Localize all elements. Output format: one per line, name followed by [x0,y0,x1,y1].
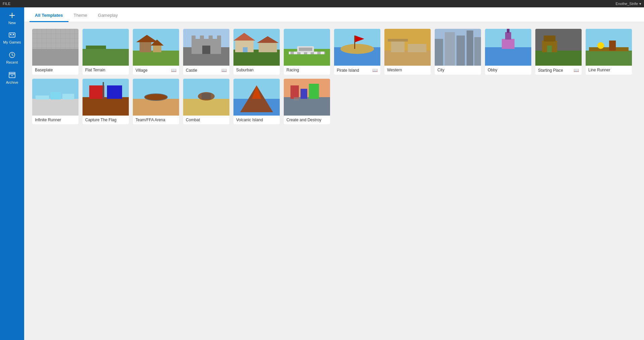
template-card-combat[interactable]: Combat [183,79,229,124]
svg-rect-66 [507,29,509,33]
svg-rect-64 [502,39,515,49]
template-card-flat-terrain[interactable]: Flat Terrain [83,29,129,75]
template-card-capture-the-flag[interactable]: Capture The Flag [83,79,129,124]
template-card-racing[interactable]: Racing [284,29,330,75]
sidebar-item-new[interactable]: New [0,7,24,27]
svg-rect-63 [485,47,531,66]
svg-rect-53 [391,41,405,52]
template-card-baseplate[interactable]: Baseplate [32,29,78,75]
svg-rect-52 [384,51,431,66]
template-card-western[interactable]: Western [384,29,431,75]
template-thumb-city [435,29,481,66]
svg-rect-70 [544,36,555,42]
svg-rect-100 [284,97,330,116]
template-thumb-capture-the-flag [83,79,129,116]
svg-point-48 [340,44,374,54]
template-card-line-runner[interactable]: Line Runner [586,29,632,75]
svg-rect-85 [107,85,122,99]
template-card-village[interactable]: Village📖 [133,29,179,75]
svg-rect-38 [243,47,248,52]
template-card-create-and-destroy[interactable]: Create and Destroy [284,79,330,124]
svg-rect-28 [200,36,204,41]
template-label-flat-terrain: Flat Terrain [85,68,105,72]
tab-all-templates[interactable]: All Templates [30,9,68,22]
svg-rect-104 [294,97,299,100]
svg-line-8 [12,55,13,56]
template-thumb-infinite-runner [32,79,78,116]
template-thumb-team-ffa-arena [133,79,179,116]
book-icon: 📖 [171,68,176,73]
template-card-team-ffa-arena[interactable]: Team/FFA Arena [133,79,179,124]
svg-rect-61 [474,37,481,66]
book-icon: 📖 [372,68,378,73]
tab-gameplay[interactable]: Gameplay [93,9,123,22]
svg-rect-27 [192,36,196,41]
topbar: FILE Enothe_Strife ▾ [0,0,644,7]
template-thumb-western [384,29,431,66]
svg-rect-31 [202,46,210,54]
svg-rect-5 [10,35,14,36]
svg-rect-9 [9,72,15,74]
template-card-city[interactable]: City [435,29,481,75]
svg-rect-74 [589,47,629,51]
svg-rect-78 [32,99,78,116]
svg-rect-3 [10,34,11,35]
svg-rect-2 [9,33,15,37]
user-menu[interactable]: Enothe_Strife ▾ [615,2,641,6]
file-menu[interactable]: FILE [3,2,10,6]
template-thumb-line-runner [586,29,632,66]
sidebar-item-recent[interactable]: Recent [0,48,24,68]
template-thumb-combat [183,79,229,116]
sidebar-item-archive[interactable]: Archive [0,68,24,88]
template-thumb-flat-terrain [83,29,129,66]
svg-rect-58 [445,32,455,66]
template-card-obby[interactable]: Obby [485,29,531,75]
template-thumb-starting-place [535,29,582,66]
template-label-line-runner: Line Runner [588,68,610,72]
template-label-baseplate: Baseplate [35,68,53,72]
svg-rect-57 [435,39,443,66]
template-thumb-racing [284,29,330,66]
svg-rect-22 [153,46,161,52]
template-card-castle[interactable]: Castle📖 [183,29,229,75]
svg-rect-68 [535,51,582,66]
svg-rect-92 [183,99,229,116]
svg-rect-19 [133,51,179,66]
svg-rect-86 [103,82,104,99]
main-content: All Templates Theme Gameplay BaseplateFl… [24,7,644,340]
svg-rect-83 [83,97,129,116]
template-thumb-obby [485,29,531,66]
sidebar: New My Games Recent [0,7,24,340]
template-label-castle: Castle [186,68,197,73]
svg-rect-84 [89,85,104,99]
svg-rect-36 [259,43,277,52]
template-card-infinite-runner[interactable]: Infinite Runner [32,79,78,124]
template-thumb-volcanic-island [233,79,280,116]
template-card-pirate-island[interactable]: Pirate Island📖 [334,29,380,75]
template-thumb-suburban [233,29,280,66]
template-label-combat: Combat [186,118,200,122]
svg-rect-55 [408,44,426,52]
template-card-volcanic-island[interactable]: Volcanic Island [233,79,280,124]
template-label-village: Village [136,68,148,73]
svg-rect-71 [547,46,552,52]
svg-point-75 [597,42,604,49]
template-label-pirate-island: Pirate Island [337,68,359,73]
svg-rect-88 [133,99,179,116]
svg-rect-94 [202,93,211,99]
chevron-down-icon: ▾ [639,2,641,6]
sidebar-item-my-games[interactable]: My Games [0,27,24,48]
template-label-starting-place: Starting Place [538,68,563,73]
svg-rect-16 [83,49,129,66]
archive-icon [8,71,16,79]
svg-rect-14 [32,49,78,66]
template-card-suburban[interactable]: Suburban [233,29,280,75]
svg-rect-29 [209,36,213,41]
svg-rect-79 [36,95,49,99]
svg-rect-81 [62,94,74,99]
tab-theme[interactable]: Theme [68,9,93,22]
svg-rect-54 [388,39,408,42]
template-thumb-pirate-island [334,29,380,66]
template-thumb-baseplate [32,29,78,66]
template-card-starting-place[interactable]: Starting Place📖 [535,29,582,75]
